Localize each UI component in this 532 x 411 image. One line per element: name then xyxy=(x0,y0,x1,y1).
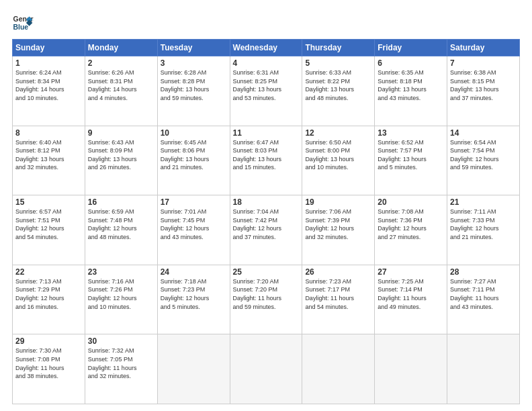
day-number: 26 xyxy=(305,267,371,277)
calendar-week-row: 22Sunrise: 7:13 AM Sunset: 7:29 PM Dayli… xyxy=(13,265,520,334)
calendar-day-empty xyxy=(230,334,302,404)
day-number: 29 xyxy=(15,336,82,346)
day-info: Sunrise: 6:59 AM Sunset: 7:48 PM Dayligh… xyxy=(88,208,154,241)
day-number: 23 xyxy=(88,267,154,277)
day-header-monday: Monday xyxy=(85,40,157,56)
calendar-table: SundayMondayTuesdayWednesdayThursdayFrid… xyxy=(12,39,520,404)
logo-icon: General Blue xyxy=(12,12,34,34)
calendar-header-row: SundayMondayTuesdayWednesdayThursdayFrid… xyxy=(13,40,520,56)
day-info: Sunrise: 6:40 AM Sunset: 8:12 PM Dayligh… xyxy=(15,138,82,172)
calendar-day-19: 19Sunrise: 7:06 AM Sunset: 7:39 PM Dayli… xyxy=(302,195,375,265)
calendar-day-empty xyxy=(302,334,375,404)
header: General Blue xyxy=(12,12,520,34)
calendar-day-21: 21Sunrise: 7:11 AM Sunset: 7:33 PM Dayli… xyxy=(447,195,520,265)
day-info: Sunrise: 7:06 AM Sunset: 7:39 PM Dayligh… xyxy=(305,208,371,241)
day-number: 13 xyxy=(378,128,444,138)
day-header-friday: Friday xyxy=(375,40,447,56)
day-info: Sunrise: 6:31 AM Sunset: 8:25 PM Dayligh… xyxy=(233,68,300,102)
day-number: 10 xyxy=(161,128,227,138)
page: General Blue SundayMondayTuesdayWednesda… xyxy=(0,0,532,411)
calendar-day-12: 12Sunrise: 6:50 AM Sunset: 8:00 PM Dayli… xyxy=(302,126,375,195)
day-info: Sunrise: 7:08 AM Sunset: 7:36 PM Dayligh… xyxy=(378,208,444,241)
day-info: Sunrise: 7:01 AM Sunset: 7:45 PM Dayligh… xyxy=(161,208,227,241)
logo: General Blue xyxy=(12,12,34,34)
calendar-week-row: 1Sunrise: 6:24 AM Sunset: 8:34 PM Daylig… xyxy=(13,56,520,126)
day-info: Sunrise: 6:28 AM Sunset: 8:28 PM Dayligh… xyxy=(161,68,227,102)
calendar-day-1: 1Sunrise: 6:24 AM Sunset: 8:34 PM Daylig… xyxy=(13,56,85,126)
calendar-day-25: 25Sunrise: 7:20 AM Sunset: 7:20 PM Dayli… xyxy=(230,265,302,334)
day-number: 19 xyxy=(305,197,371,207)
day-info: Sunrise: 7:27 AM Sunset: 7:11 PM Dayligh… xyxy=(450,277,517,311)
day-info: Sunrise: 6:50 AM Sunset: 8:00 PM Dayligh… xyxy=(305,138,371,172)
day-info: Sunrise: 7:11 AM Sunset: 7:33 PM Dayligh… xyxy=(450,208,517,241)
day-info: Sunrise: 7:16 AM Sunset: 7:26 PM Dayligh… xyxy=(88,277,154,311)
calendar-week-row: 29Sunrise: 7:30 AM Sunset: 7:08 PM Dayli… xyxy=(13,334,520,404)
day-number: 24 xyxy=(161,267,227,277)
day-info: Sunrise: 6:52 AM Sunset: 7:57 PM Dayligh… xyxy=(378,138,444,172)
day-number: 27 xyxy=(378,267,444,277)
day-info: Sunrise: 6:45 AM Sunset: 8:06 PM Dayligh… xyxy=(161,138,227,172)
day-number: 11 xyxy=(233,128,300,138)
calendar-day-29: 29Sunrise: 7:30 AM Sunset: 7:08 PM Dayli… xyxy=(13,334,85,404)
calendar-day-5: 5Sunrise: 6:33 AM Sunset: 8:22 PM Daylig… xyxy=(302,56,375,126)
day-info: Sunrise: 6:26 AM Sunset: 8:31 PM Dayligh… xyxy=(88,68,154,102)
svg-text:Blue: Blue xyxy=(13,24,29,31)
day-info: Sunrise: 7:32 AM Sunset: 7:05 PM Dayligh… xyxy=(88,347,154,380)
day-number: 8 xyxy=(15,128,82,138)
calendar-day-13: 13Sunrise: 6:52 AM Sunset: 7:57 PM Dayli… xyxy=(375,126,447,195)
day-number: 18 xyxy=(233,197,300,207)
day-number: 21 xyxy=(450,197,517,207)
calendar-day-23: 23Sunrise: 7:16 AM Sunset: 7:26 PM Dayli… xyxy=(85,265,157,334)
calendar-day-empty xyxy=(157,334,230,404)
day-info: Sunrise: 7:04 AM Sunset: 7:42 PM Dayligh… xyxy=(233,208,300,241)
day-info: Sunrise: 6:57 AM Sunset: 7:51 PM Dayligh… xyxy=(15,208,82,241)
day-number: 12 xyxy=(305,128,371,138)
calendar-day-15: 15Sunrise: 6:57 AM Sunset: 7:51 PM Dayli… xyxy=(13,195,85,265)
day-info: Sunrise: 7:25 AM Sunset: 7:14 PM Dayligh… xyxy=(378,277,444,311)
day-number: 15 xyxy=(15,197,82,207)
day-number: 9 xyxy=(88,128,154,138)
calendar-day-empty xyxy=(447,334,520,404)
calendar-week-row: 8Sunrise: 6:40 AM Sunset: 8:12 PM Daylig… xyxy=(13,126,520,195)
day-number: 5 xyxy=(305,58,371,68)
calendar-day-17: 17Sunrise: 7:01 AM Sunset: 7:45 PM Dayli… xyxy=(157,195,230,265)
calendar-day-4: 4Sunrise: 6:31 AM Sunset: 8:25 PM Daylig… xyxy=(230,56,302,126)
calendar-day-7: 7Sunrise: 6:38 AM Sunset: 8:15 PM Daylig… xyxy=(447,56,520,126)
day-info: Sunrise: 6:47 AM Sunset: 8:03 PM Dayligh… xyxy=(233,138,300,172)
calendar-day-10: 10Sunrise: 6:45 AM Sunset: 8:06 PM Dayli… xyxy=(157,126,230,195)
day-info: Sunrise: 7:30 AM Sunset: 7:08 PM Dayligh… xyxy=(15,347,82,380)
day-number: 7 xyxy=(450,58,517,68)
day-number: 16 xyxy=(88,197,154,207)
calendar-day-26: 26Sunrise: 7:23 AM Sunset: 7:17 PM Dayli… xyxy=(302,265,375,334)
day-number: 22 xyxy=(15,267,82,277)
day-number: 2 xyxy=(88,58,154,68)
day-header-tuesday: Tuesday xyxy=(157,40,230,56)
calendar-day-9: 9Sunrise: 6:43 AM Sunset: 8:09 PM Daylig… xyxy=(85,126,157,195)
day-info: Sunrise: 7:23 AM Sunset: 7:17 PM Dayligh… xyxy=(305,277,371,311)
day-number: 3 xyxy=(161,58,227,68)
calendar-day-22: 22Sunrise: 7:13 AM Sunset: 7:29 PM Dayli… xyxy=(13,265,85,334)
day-number: 17 xyxy=(161,197,227,207)
day-number: 6 xyxy=(378,58,444,68)
day-number: 28 xyxy=(450,267,517,277)
calendar-day-3: 3Sunrise: 6:28 AM Sunset: 8:28 PM Daylig… xyxy=(157,56,230,126)
calendar-day-14: 14Sunrise: 6:54 AM Sunset: 7:54 PM Dayli… xyxy=(447,126,520,195)
calendar-day-28: 28Sunrise: 7:27 AM Sunset: 7:11 PM Dayli… xyxy=(447,265,520,334)
day-header-thursday: Thursday xyxy=(302,40,375,56)
day-info: Sunrise: 6:38 AM Sunset: 8:15 PM Dayligh… xyxy=(450,68,517,102)
day-info: Sunrise: 6:35 AM Sunset: 8:18 PM Dayligh… xyxy=(378,68,444,102)
day-info: Sunrise: 6:24 AM Sunset: 8:34 PM Dayligh… xyxy=(15,68,82,102)
calendar-day-8: 8Sunrise: 6:40 AM Sunset: 8:12 PM Daylig… xyxy=(13,126,85,195)
calendar-day-2: 2Sunrise: 6:26 AM Sunset: 8:31 PM Daylig… xyxy=(85,56,157,126)
day-number: 1 xyxy=(15,58,82,68)
calendar-day-20: 20Sunrise: 7:08 AM Sunset: 7:36 PM Dayli… xyxy=(375,195,447,265)
day-header-sunday: Sunday xyxy=(13,40,85,56)
day-number: 4 xyxy=(233,58,300,68)
day-info: Sunrise: 6:33 AM Sunset: 8:22 PM Dayligh… xyxy=(305,68,371,102)
calendar-day-27: 27Sunrise: 7:25 AM Sunset: 7:14 PM Dayli… xyxy=(375,265,447,334)
calendar-day-18: 18Sunrise: 7:04 AM Sunset: 7:42 PM Dayli… xyxy=(230,195,302,265)
calendar-week-row: 15Sunrise: 6:57 AM Sunset: 7:51 PM Dayli… xyxy=(13,195,520,265)
calendar-day-24: 24Sunrise: 7:18 AM Sunset: 7:23 PM Dayli… xyxy=(157,265,230,334)
day-number: 30 xyxy=(88,336,154,346)
day-info: Sunrise: 6:54 AM Sunset: 7:54 PM Dayligh… xyxy=(450,138,517,172)
